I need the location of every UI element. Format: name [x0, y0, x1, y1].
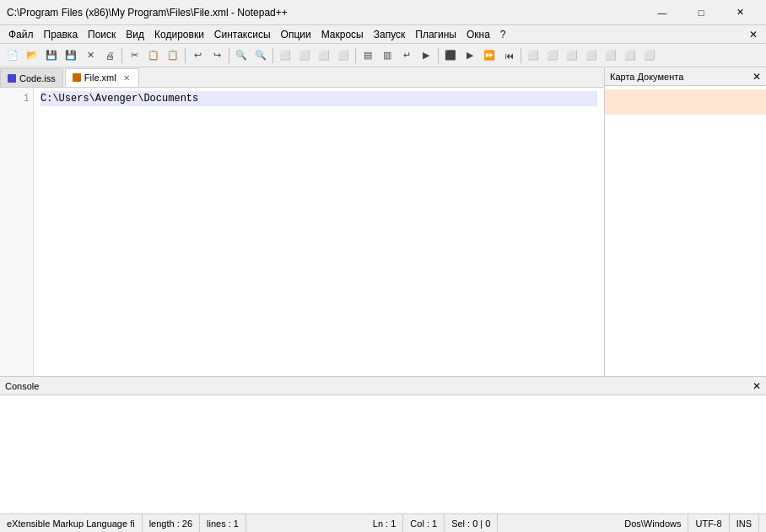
status-ln: Ln : 1 — [366, 514, 404, 532]
status-eol: Dos\Windows — [618, 514, 688, 532]
console-panel: Console ✕ — [0, 376, 766, 513]
console-header: Console ✕ — [0, 377, 766, 395]
tb-word-wrap[interactable]: ↵ — [397, 46, 416, 65]
doc-map-content[interactable] — [605, 86, 766, 376]
tab-code-iss-icon — [8, 74, 16, 83]
code-line-1: C:\Users\Avenger\Documents — [40, 91, 597, 106]
code-text-1: C:\Users\Avenger\Documents — [40, 93, 198, 105]
doc-map-close[interactable]: ✕ — [753, 71, 761, 83]
console-content[interactable] — [0, 395, 766, 513]
tb-redo[interactable]: ↪ — [208, 46, 226, 65]
tb-macro-rec[interactable]: ⬛ — [441, 46, 460, 65]
toolbar: 📄 📂 💾 💾 ✕ 🖨 ✂ 📋 📋 ↩ ↪ 🔍 🔍 ⬜ ⬜ ⬜ ⬜ ▤ ▥ ↵ … — [0, 44, 766, 67]
tb-find-next[interactable]: 🔍 — [251, 46, 270, 65]
tab-file-xml-close[interactable]: ✕ — [121, 73, 132, 83]
menu-bar: Файл Правка Поиск Вид Кодировки Синтакси… — [0, 25, 766, 44]
editor-area: Code.iss File.xml ✕ 1 C:\Users\Avenger\D… — [0, 67, 604, 376]
right-panel: Карта Документа ✕ — [604, 67, 766, 376]
menu-run[interactable]: Запуск — [369, 27, 411, 42]
tab-bar: Code.iss File.xml ✕ — [0, 67, 604, 88]
title-bar: C:\Program Files (x86)\My Program\Files\… — [0, 0, 766, 25]
editor-content: 1 C:\Users\Avenger\Documents — [0, 88, 604, 376]
toolbar-separator-7 — [521, 48, 521, 63]
status-col: Col : 1 — [403, 514, 445, 532]
maximize-button[interactable]: □ — [682, 0, 720, 25]
toolbar-separator-6 — [438, 48, 439, 63]
bottom-area: Console ✕ eXtensible Markup Language fi … — [0, 376, 766, 532]
line-number-1: 1 — [0, 91, 30, 106]
menu-close-button[interactable]: ✕ — [744, 27, 763, 42]
status-mode: INS — [730, 514, 759, 532]
menu-encoding[interactable]: Кодировки — [149, 27, 209, 42]
tb-paste[interactable]: 📋 — [164, 46, 182, 65]
menu-help[interactable]: ? — [495, 27, 511, 42]
tb-extra2[interactable]: ⬜ — [543, 46, 562, 65]
main-area: Code.iss File.xml ✕ 1 C:\Users\Avenger\D… — [0, 67, 766, 376]
tb-extra1[interactable]: ⬜ — [524, 46, 542, 65]
console-close[interactable]: ✕ — [753, 380, 761, 392]
tb-undo[interactable]: ↩ — [188, 46, 207, 65]
tb-indent[interactable]: ▶ — [417, 46, 435, 65]
tb-macro-play[interactable]: ▶ — [461, 46, 479, 65]
toolbar-separator-5 — [355, 48, 356, 63]
tb-close[interactable]: ✕ — [81, 46, 100, 65]
window-title: C:\Program Files (x86)\My Program\Files\… — [7, 7, 643, 19]
tb-macro-run[interactable]: ⏩ — [480, 46, 499, 65]
tb-extra5[interactable]: ⬜ — [601, 46, 620, 65]
tab-file-xml[interactable]: File.xml ✕ — [65, 68, 139, 87]
doc-map-highlight — [605, 89, 766, 115]
menu-view[interactable]: Вид — [121, 27, 149, 42]
tb-restore-zoom[interactable]: ⬜ — [315, 46, 333, 65]
status-lines: lines : 1 — [200, 514, 246, 532]
toolbar-separator-2 — [185, 48, 186, 63]
status-encoding: UTF-8 — [688, 514, 729, 532]
tab-code-iss-label: Code.iss — [19, 73, 56, 83]
menu-file[interactable]: Файл — [3, 27, 39, 42]
menu-syntax[interactable]: Синтаксисы — [209, 27, 276, 42]
tb-extra7[interactable]: ⬜ — [640, 46, 659, 65]
tb-extra3[interactable]: ⬜ — [563, 46, 581, 65]
window-controls: — □ ✕ — [643, 0, 759, 25]
doc-map-header: Карта Документа ✕ — [605, 67, 766, 86]
tb-sync-v[interactable]: ▥ — [378, 46, 396, 65]
tab-file-xml-icon — [73, 73, 81, 82]
tb-extra6[interactable]: ⬜ — [621, 46, 639, 65]
code-area[interactable]: C:\Users\Avenger\Documents — [34, 88, 604, 376]
tb-extra4[interactable]: ⬜ — [582, 46, 601, 65]
tb-find[interactable]: 🔍 — [232, 46, 251, 65]
tab-file-xml-label: File.xml — [84, 73, 116, 83]
status-filetype: eXtensible Markup Language fi — [7, 514, 143, 532]
minimize-button[interactable]: — — [643, 0, 682, 25]
console-title: Console — [5, 381, 39, 391]
status-sel: Sel : 0 | 0 — [445, 514, 498, 532]
menu-macros[interactable]: Макросы — [316, 27, 369, 42]
menu-search[interactable]: Поиск — [83, 27, 121, 42]
status-bar: eXtensible Markup Language fi length : 2… — [0, 513, 766, 532]
tb-zoom-out[interactable]: ⬜ — [295, 46, 314, 65]
menu-plugins[interactable]: Плагины — [410, 27, 461, 42]
tb-open[interactable]: 📂 — [23, 46, 41, 65]
menu-edit[interactable]: Правка — [39, 27, 84, 42]
toolbar-separator-4 — [272, 48, 273, 63]
tb-macro-save[interactable]: ⏮ — [499, 46, 518, 65]
toolbar-separator-1 — [121, 48, 122, 63]
line-numbers: 1 — [0, 88, 34, 376]
status-length: length : 26 — [143, 514, 200, 532]
doc-map-title: Карта Документа — [610, 72, 683, 82]
close-button[interactable]: ✕ — [720, 0, 759, 25]
toolbar-separator-3 — [229, 48, 229, 63]
tab-code-iss[interactable]: Code.iss — [0, 68, 63, 87]
menu-options[interactable]: Опции — [276, 27, 316, 42]
tb-print[interactable]: 🖨 — [100, 46, 119, 65]
tb-copy[interactable]: 📋 — [144, 46, 163, 65]
menu-windows[interactable]: Окна — [461, 27, 495, 42]
tb-fullscreen[interactable]: ⬜ — [334, 46, 353, 65]
tb-new[interactable]: 📄 — [3, 46, 22, 65]
tb-save[interactable]: 💾 — [42, 46, 61, 65]
tb-save-all[interactable]: 💾 — [62, 46, 80, 65]
tb-sync-h[interactable]: ▤ — [359, 46, 377, 65]
tb-zoom-in[interactable]: ⬜ — [276, 46, 294, 65]
tb-cut[interactable]: ✂ — [125, 46, 143, 65]
